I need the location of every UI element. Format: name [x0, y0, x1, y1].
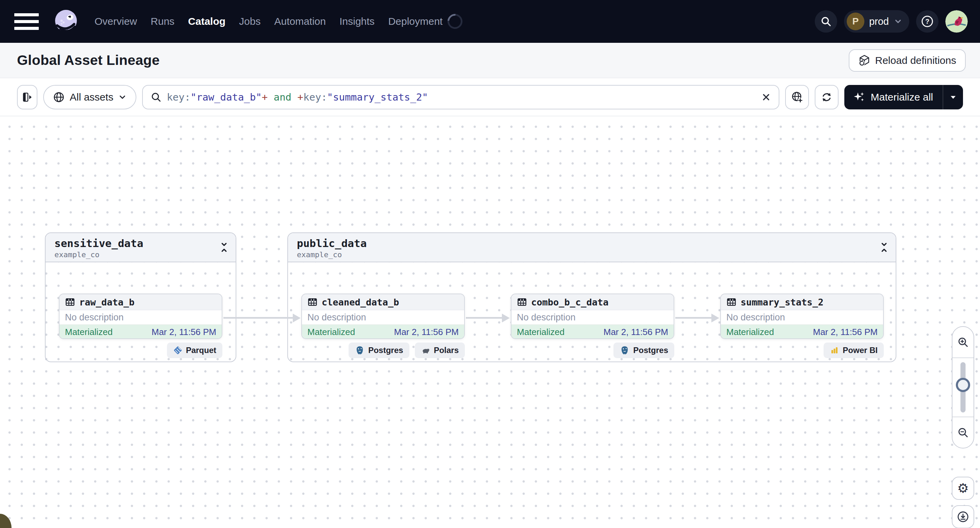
collapse-group-button[interactable]: [879, 242, 889, 253]
minimap-corner: [0, 514, 11, 528]
user-avatar[interactable]: [945, 10, 968, 33]
chevron-down-icon: [118, 93, 127, 101]
asset-scope-select[interactable]: All assets: [43, 85, 136, 109]
refresh-button[interactable]: [815, 85, 838, 109]
asset-description: No description: [721, 310, 883, 325]
materialization-timestamp[interactable]: Mar 2, 11:56 PM: [394, 327, 459, 338]
chevron-down-icon: [894, 17, 902, 26]
deployment-switcher[interactable]: P prod: [844, 10, 909, 33]
query-token: +: [298, 91, 303, 103]
collapse-icon: [219, 242, 229, 253]
query-text[interactable]: key:"raw_data_b"+ and +key:"summary_stat…: [167, 91, 756, 103]
globe-icon: [53, 91, 65, 103]
postgres-icon: [620, 345, 630, 355]
asset-node-header[interactable]: raw_data_b: [59, 294, 222, 310]
nav-item-insights[interactable]: Insights: [339, 16, 374, 27]
help-button[interactable]: ?: [916, 10, 939, 33]
lineage-edge: [223, 317, 293, 319]
zoom-slider-handle[interactable]: [956, 378, 970, 392]
asset-node-header[interactable]: summary_stats_2: [721, 294, 883, 310]
dagster-app: Overview Runs Catalog Jobs Automation In…: [0, 0, 980, 528]
zoom-in-button[interactable]: [953, 327, 974, 357]
zoom-in-icon: [957, 336, 969, 348]
kind-badge-label: Power BI: [843, 346, 878, 355]
asset-status-row: Materialized Mar 2, 11:56 PM: [721, 325, 883, 339]
menu-icon[interactable]: [14, 11, 40, 31]
nav-item-overview[interactable]: Overview: [94, 16, 137, 27]
lineage-edge-arrowhead: [293, 314, 301, 322]
materialize-all-label: Materialize all: [871, 91, 933, 103]
asset-node-header[interactable]: combo_b_c_data: [511, 294, 674, 310]
globe-add-icon: [791, 91, 803, 104]
table-icon: [726, 297, 737, 307]
nav-right-cluster: P prod ?: [815, 10, 968, 33]
graph-settings-button[interactable]: ⚙: [952, 477, 974, 500]
kind-badge-powerbi[interactable]: Power BI: [824, 342, 884, 358]
materialize-all-button[interactable]: Materialize all: [844, 85, 943, 109]
collapse-group-button[interactable]: [219, 242, 229, 253]
kind-badge-label: Postgres: [368, 346, 403, 355]
open-sidebar-button[interactable]: [17, 85, 37, 109]
group-title: sensitive_data: [54, 237, 228, 249]
zoom-out-button[interactable]: [953, 417, 974, 448]
lineage-edge: [466, 317, 502, 319]
reload-cube-icon: [858, 54, 870, 67]
nav-item-deployment[interactable]: Deployment: [388, 16, 443, 27]
download-image-button[interactable]: [952, 505, 974, 528]
lineage-edge-arrowhead: [711, 314, 719, 322]
materialization-timestamp[interactable]: Mar 2, 11:56 PM: [152, 327, 216, 338]
clear-query-button[interactable]: [761, 92, 771, 102]
reload-definitions-label: Reload definitions: [875, 55, 956, 66]
svg-text:?: ?: [925, 17, 929, 25]
lineage-canvas[interactable]: sensitive_data example_co public_data ex…: [0, 117, 980, 528]
kind-badge-label: Postgres: [633, 346, 668, 355]
asset-status-row: Materialized Mar 2, 11:56 PM: [302, 325, 464, 339]
reload-definitions-button[interactable]: Reload definitions: [849, 49, 966, 72]
gear-icon: ⚙: [957, 481, 969, 496]
nav-item-catalog[interactable]: Catalog: [188, 16, 226, 27]
asset-search-input[interactable]: key:"raw_data_b"+ and +key:"summary_stat…: [142, 85, 779, 109]
panel-toggle-icon: [21, 91, 33, 103]
nav-item-runs[interactable]: Runs: [151, 16, 175, 27]
global-search-button[interactable]: [815, 10, 837, 33]
dagster-logo-icon[interactable]: [53, 8, 79, 34]
deployment-avatar: P: [847, 13, 864, 30]
asset-status-row: Materialized Mar 2, 11:56 PM: [59, 325, 222, 339]
asset-description: No description: [511, 310, 674, 325]
asset-name: cleaned_data_b: [322, 297, 399, 308]
group-header[interactable]: sensitive_data example_co: [46, 233, 235, 262]
kind-badge-postgres[interactable]: Postgres: [348, 342, 409, 358]
table-icon: [307, 297, 318, 307]
kind-badge-polars[interactable]: Polars: [415, 342, 465, 358]
asset-description: No description: [59, 310, 222, 325]
materialization-timestamp[interactable]: Mar 2, 11:56 PM: [604, 327, 668, 338]
asset-status-row: Materialized Mar 2, 11:56 PM: [511, 325, 674, 339]
asset-node-raw-data-b[interactable]: raw_data_b No description Materialized M…: [59, 293, 223, 339]
materialize-all-split-button: Materialize all: [844, 85, 963, 109]
asset-node-summary-stats-2[interactable]: summary_stats_2 No description Materiali…: [720, 293, 884, 339]
nav-item-automation[interactable]: Automation: [274, 16, 326, 27]
materialization-timestamp[interactable]: Mar 2, 11:56 PM: [813, 327, 878, 338]
asset-name: raw_data_b: [79, 297, 135, 308]
page-header: Global Asset Lineage Reload definitions: [0, 43, 980, 78]
lineage-toolbar: All assets key:"raw_data_b"+ and +key:"s…: [0, 78, 980, 116]
asset-node-header[interactable]: cleaned_data_b: [302, 294, 464, 310]
view-scope-button[interactable]: [785, 85, 809, 109]
kind-badge-parquet[interactable]: Parquet: [167, 342, 223, 358]
status-badge: Materialized: [517, 327, 565, 338]
asset-node-cleaned-data-b[interactable]: cleaned_data_b No description Materializ…: [301, 293, 465, 339]
group-repo-label: example_co: [54, 251, 228, 259]
query-token: key:: [303, 91, 327, 103]
query-token: key:: [167, 91, 191, 103]
top-nav: Overview Runs Catalog Jobs Automation In…: [0, 0, 980, 43]
powerbi-icon: [830, 346, 839, 355]
status-badge: Materialized: [65, 327, 113, 338]
query-token: "raw_data_b": [191, 91, 262, 103]
materialize-options-button[interactable]: [943, 85, 963, 109]
nav-item-jobs[interactable]: Jobs: [239, 16, 261, 27]
group-header[interactable]: public_data example_co: [288, 233, 896, 262]
asset-node-combo-b-c-data[interactable]: combo_b_c_data No description Materializ…: [511, 293, 674, 339]
zoom-out-icon: [957, 427, 969, 439]
kind-badge-label: Parquet: [186, 346, 216, 355]
kind-badge-postgres[interactable]: Postgres: [613, 342, 674, 358]
